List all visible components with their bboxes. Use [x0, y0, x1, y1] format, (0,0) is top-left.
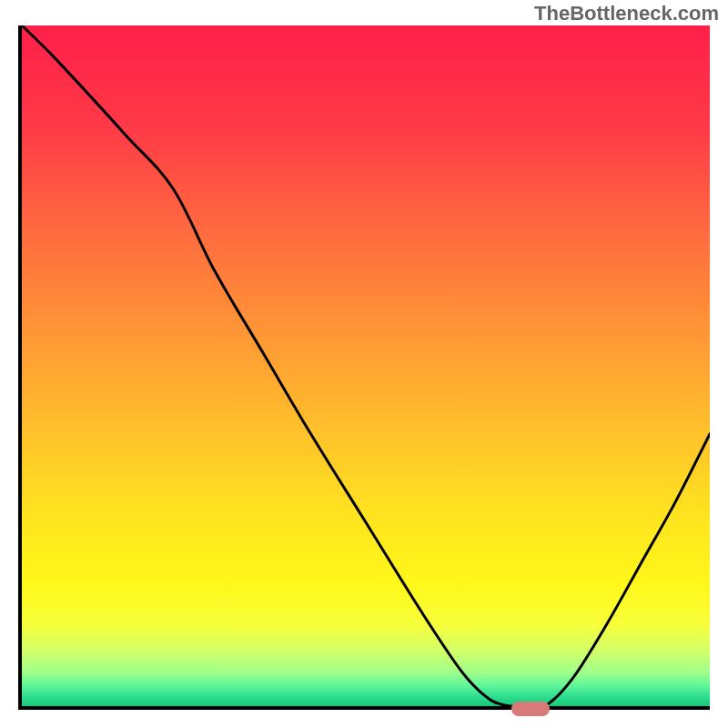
watermark-text: TheBottleneck.com [534, 2, 719, 25]
bottleneck-curve [22, 25, 710, 706]
optimal-marker [511, 702, 550, 716]
plot-area [18, 25, 710, 710]
